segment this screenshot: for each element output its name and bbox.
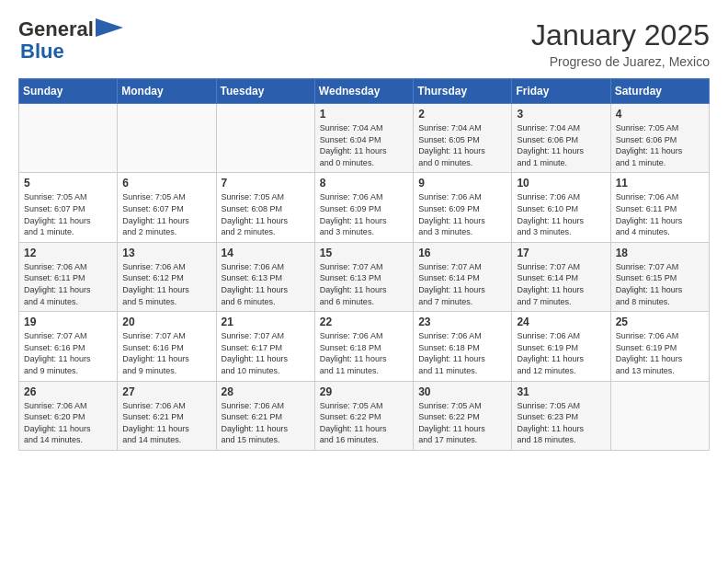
header-saturday: Saturday bbox=[610, 79, 709, 104]
day-number: 27 bbox=[122, 385, 210, 398]
calendar-week-4: 19Sunrise: 7:07 AM Sunset: 6:16 PM Dayli… bbox=[19, 312, 710, 381]
calendar-subtitle: Progreso de Juarez, Mexico bbox=[531, 54, 710, 69]
day-info: Sunrise: 7:05 AM Sunset: 6:06 PM Dayligh… bbox=[616, 122, 704, 168]
day-info: Sunrise: 7:07 AM Sunset: 6:16 PM Dayligh… bbox=[24, 330, 112, 376]
day-number: 29 bbox=[320, 385, 408, 398]
calendar-week-1: 1Sunrise: 7:04 AM Sunset: 6:04 PM Daylig… bbox=[19, 104, 710, 173]
day-number: 31 bbox=[517, 385, 605, 398]
day-number: 13 bbox=[122, 247, 210, 259]
day-info: Sunrise: 7:05 AM Sunset: 6:23 PM Dayligh… bbox=[517, 400, 605, 446]
calendar-cell: 20Sunrise: 7:07 AM Sunset: 6:16 PM Dayli… bbox=[118, 312, 216, 381]
day-info: Sunrise: 7:06 AM Sunset: 6:18 PM Dayligh… bbox=[418, 330, 506, 376]
day-info: Sunrise: 7:06 AM Sunset: 6:09 PM Dayligh… bbox=[320, 191, 408, 237]
day-info: Sunrise: 7:07 AM Sunset: 6:15 PM Dayligh… bbox=[616, 261, 704, 307]
header-friday: Friday bbox=[512, 79, 610, 104]
day-info: Sunrise: 7:07 AM Sunset: 6:14 PM Dayligh… bbox=[418, 261, 506, 307]
day-info: Sunrise: 7:06 AM Sunset: 6:12 PM Dayligh… bbox=[122, 261, 210, 307]
calendar-cell: 25Sunrise: 7:06 AM Sunset: 6:19 PM Dayli… bbox=[610, 312, 709, 381]
calendar-cell: 4Sunrise: 7:05 AM Sunset: 6:06 PM Daylig… bbox=[610, 104, 709, 173]
calendar-cell bbox=[610, 381, 709, 450]
day-info: Sunrise: 7:06 AM Sunset: 6:13 PM Dayligh… bbox=[222, 261, 310, 307]
calendar-cell: 1Sunrise: 7:04 AM Sunset: 6:04 PM Daylig… bbox=[314, 104, 413, 173]
calendar-cell: 21Sunrise: 7:07 AM Sunset: 6:17 PM Dayli… bbox=[216, 312, 314, 381]
day-number: 6 bbox=[122, 177, 210, 190]
calendar-week-3: 12Sunrise: 7:06 AM Sunset: 6:11 PM Dayli… bbox=[19, 242, 710, 311]
day-number: 26 bbox=[24, 385, 112, 398]
day-number: 3 bbox=[517, 108, 605, 121]
day-number: 18 bbox=[616, 247, 704, 259]
day-number: 5 bbox=[24, 177, 112, 190]
calendar-cell bbox=[118, 104, 216, 173]
calendar-cell: 6Sunrise: 7:05 AM Sunset: 6:07 PM Daylig… bbox=[118, 173, 216, 242]
calendar-cell: 8Sunrise: 7:06 AM Sunset: 6:09 PM Daylig… bbox=[314, 173, 413, 242]
day-info: Sunrise: 7:06 AM Sunset: 6:11 PM Dayligh… bbox=[24, 261, 112, 307]
calendar-cell: 2Sunrise: 7:04 AM Sunset: 6:05 PM Daylig… bbox=[414, 104, 512, 173]
day-number: 28 bbox=[222, 385, 310, 398]
calendar-cell: 31Sunrise: 7:05 AM Sunset: 6:23 PM Dayli… bbox=[512, 381, 610, 450]
day-number: 2 bbox=[418, 108, 506, 121]
calendar-cell: 11Sunrise: 7:06 AM Sunset: 6:11 PM Dayli… bbox=[610, 173, 709, 242]
calendar-cell: 13Sunrise: 7:06 AM Sunset: 6:12 PM Dayli… bbox=[118, 242, 216, 311]
calendar-cell: 14Sunrise: 7:06 AM Sunset: 6:13 PM Dayli… bbox=[216, 242, 314, 311]
day-number: 9 bbox=[418, 177, 506, 190]
day-info: Sunrise: 7:06 AM Sunset: 6:10 PM Dayligh… bbox=[517, 191, 605, 237]
logo-blue: Blue bbox=[20, 40, 64, 63]
header-thursday: Thursday bbox=[414, 79, 512, 104]
day-number: 8 bbox=[320, 177, 408, 190]
calendar-cell: 18Sunrise: 7:07 AM Sunset: 6:15 PM Dayli… bbox=[610, 242, 709, 311]
day-number: 10 bbox=[517, 177, 605, 190]
calendar-week-2: 5Sunrise: 7:05 AM Sunset: 6:07 PM Daylig… bbox=[19, 173, 710, 242]
calendar-cell: 19Sunrise: 7:07 AM Sunset: 6:16 PM Dayli… bbox=[19, 312, 118, 381]
calendar-cell: 23Sunrise: 7:06 AM Sunset: 6:18 PM Dayli… bbox=[414, 312, 512, 381]
calendar-cell: 17Sunrise: 7:07 AM Sunset: 6:14 PM Dayli… bbox=[512, 242, 610, 311]
day-info: Sunrise: 7:07 AM Sunset: 6:14 PM Dayligh… bbox=[517, 261, 605, 307]
calendar-cell: 24Sunrise: 7:06 AM Sunset: 6:19 PM Dayli… bbox=[512, 312, 610, 381]
calendar-title: January 2025 bbox=[531, 18, 710, 52]
calendar-cell: 7Sunrise: 7:05 AM Sunset: 6:08 PM Daylig… bbox=[216, 173, 314, 242]
day-number: 19 bbox=[24, 316, 112, 328]
day-info: Sunrise: 7:06 AM Sunset: 6:21 PM Dayligh… bbox=[122, 400, 210, 446]
header-tuesday: Tuesday bbox=[216, 79, 314, 104]
day-info: Sunrise: 7:06 AM Sunset: 6:18 PM Dayligh… bbox=[320, 330, 408, 376]
day-info: Sunrise: 7:04 AM Sunset: 6:06 PM Dayligh… bbox=[517, 122, 605, 168]
day-number: 30 bbox=[418, 385, 506, 398]
day-number: 25 bbox=[616, 316, 704, 328]
day-info: Sunrise: 7:06 AM Sunset: 6:09 PM Dayligh… bbox=[418, 191, 506, 237]
day-number: 7 bbox=[222, 177, 310, 190]
calendar-cell: 26Sunrise: 7:06 AM Sunset: 6:20 PM Dayli… bbox=[19, 381, 118, 450]
calendar-cell: 5Sunrise: 7:05 AM Sunset: 6:07 PM Daylig… bbox=[19, 173, 118, 242]
page-header: General Blue January 2025 Progreso de Ju… bbox=[18, 18, 710, 69]
day-number: 4 bbox=[616, 108, 704, 121]
calendar-cell: 15Sunrise: 7:07 AM Sunset: 6:13 PM Dayli… bbox=[314, 242, 413, 311]
day-info: Sunrise: 7:06 AM Sunset: 6:19 PM Dayligh… bbox=[616, 330, 704, 376]
logo-arrow-icon bbox=[96, 18, 123, 37]
day-number: 21 bbox=[222, 316, 310, 328]
calendar-table: SundayMondayTuesdayWednesdayThursdayFrid… bbox=[18, 78, 710, 451]
day-number: 14 bbox=[222, 247, 310, 259]
day-info: Sunrise: 7:05 AM Sunset: 6:22 PM Dayligh… bbox=[418, 400, 506, 446]
calendar-cell: 22Sunrise: 7:06 AM Sunset: 6:18 PM Dayli… bbox=[314, 312, 413, 381]
day-info: Sunrise: 7:05 AM Sunset: 6:08 PM Dayligh… bbox=[222, 191, 310, 237]
day-info: Sunrise: 7:06 AM Sunset: 6:19 PM Dayligh… bbox=[517, 330, 605, 376]
calendar-cell: 3Sunrise: 7:04 AM Sunset: 6:06 PM Daylig… bbox=[512, 104, 610, 173]
logo: General Blue bbox=[18, 18, 123, 63]
calendar-cell: 16Sunrise: 7:07 AM Sunset: 6:14 PM Dayli… bbox=[414, 242, 512, 311]
day-info: Sunrise: 7:05 AM Sunset: 6:22 PM Dayligh… bbox=[320, 400, 408, 446]
day-number: 24 bbox=[517, 316, 605, 328]
calendar-cell bbox=[216, 104, 314, 173]
day-number: 17 bbox=[517, 247, 605, 259]
calendar-cell: 9Sunrise: 7:06 AM Sunset: 6:09 PM Daylig… bbox=[414, 173, 512, 242]
day-number: 22 bbox=[320, 316, 408, 328]
day-number: 12 bbox=[24, 247, 112, 259]
calendar-cell: 29Sunrise: 7:05 AM Sunset: 6:22 PM Dayli… bbox=[314, 381, 413, 450]
header-monday: Monday bbox=[118, 79, 216, 104]
calendar-cell bbox=[19, 104, 118, 173]
day-number: 15 bbox=[320, 247, 408, 259]
day-number: 1 bbox=[320, 108, 408, 121]
header-sunday: Sunday bbox=[19, 79, 118, 104]
day-number: 16 bbox=[418, 247, 506, 259]
calendar-header-row: SundayMondayTuesdayWednesdayThursdayFrid… bbox=[19, 79, 710, 104]
day-info: Sunrise: 7:04 AM Sunset: 6:05 PM Dayligh… bbox=[418, 122, 506, 168]
calendar-week-5: 26Sunrise: 7:06 AM Sunset: 6:20 PM Dayli… bbox=[19, 381, 710, 450]
day-info: Sunrise: 7:06 AM Sunset: 6:21 PM Dayligh… bbox=[222, 400, 310, 446]
